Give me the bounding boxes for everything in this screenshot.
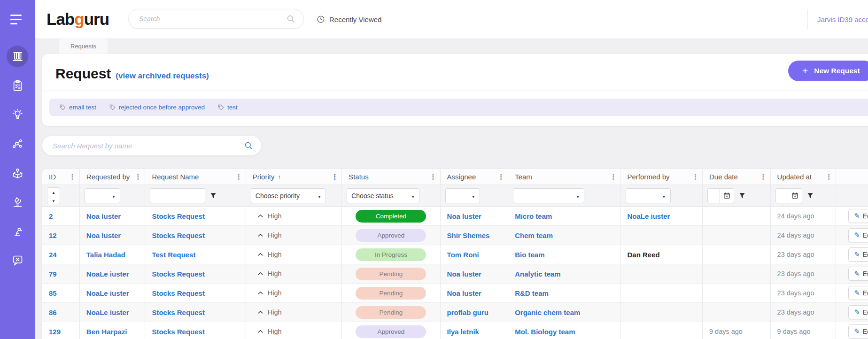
team-link[interactable]: Micro team — [515, 212, 552, 220]
request-name-link[interactable]: Stocks Request — [152, 212, 205, 220]
filter-funnel-icon[interactable] — [739, 193, 745, 199]
requested-by-link[interactable]: NoaLe iuster — [86, 270, 129, 278]
filter-funnel-icon[interactable] — [210, 193, 217, 199]
sidebar-item-support[interactable] — [7, 249, 28, 271]
priority-filter-select[interactable]: Choose priority — [251, 188, 326, 203]
breadcrumb[interactable]: Requests — [59, 39, 108, 54]
sidebar-item-molecules[interactable] — [7, 133, 28, 154]
sidebar-item-inventory[interactable] — [7, 162, 28, 184]
edit-button[interactable]: Edit — [848, 247, 868, 262]
new-request-label: New Request — [814, 67, 860, 75]
request-id-link[interactable]: 85 — [49, 289, 57, 297]
caret-down-icon — [108, 192, 116, 200]
calendar-icon[interactable] — [720, 188, 734, 203]
pencil-icon — [854, 250, 860, 259]
request-name-link[interactable]: Stocks Request — [152, 328, 205, 336]
request-name-filter-input[interactable] — [150, 188, 205, 203]
sidebar-item-equipment[interactable] — [7, 191, 28, 213]
priority-cell: High — [246, 245, 342, 264]
updated-at-filter-input[interactable] — [775, 188, 788, 203]
column-menu-icon[interactable] — [760, 173, 767, 180]
team-link[interactable]: Bio team — [515, 251, 544, 259]
team-link[interactable]: R&D team — [515, 289, 549, 297]
request-id-link[interactable]: 12 — [49, 231, 57, 239]
column-menu-icon[interactable] — [610, 173, 617, 180]
request-id-link[interactable]: 2 — [49, 212, 53, 220]
edit-button[interactable]: Edit — [848, 209, 868, 223]
requested-by-link[interactable]: NoaLe iuster — [86, 308, 129, 316]
col-header-status: Status — [349, 173, 369, 181]
spin-down-icon[interactable] — [52, 196, 55, 204]
request-id-link[interactable]: 86 — [49, 308, 57, 316]
request-id-link[interactable]: 79 — [49, 270, 57, 278]
recently-viewed-button[interactable]: Recently Viewed — [317, 0, 381, 39]
column-menu-icon[interactable] — [69, 173, 76, 180]
column-menu-icon[interactable] — [497, 173, 504, 180]
assignee-link[interactable]: proflab guru — [447, 308, 488, 316]
performed-by-filter-select[interactable] — [626, 188, 671, 203]
account-menu[interactable]: Jarvis ID39 accou — [817, 0, 868, 39]
edit-button[interactable]: Edit — [848, 324, 868, 339]
team-link[interactable]: Organic chem team — [515, 308, 580, 316]
search-icon[interactable] — [287, 15, 295, 23]
request-search-input[interactable] — [53, 142, 244, 150]
assignee-link[interactable]: Noa luster — [447, 289, 481, 297]
due-date-filter-input[interactable] — [707, 188, 720, 203]
sidebar-item-ideas[interactable] — [7, 104, 28, 125]
priority-cell: High — [246, 303, 342, 322]
assignee-link[interactable]: Noa luster — [447, 212, 481, 220]
requested-by-link[interactable]: Talia Hadad — [86, 251, 125, 259]
tag[interactable]: rejected once before approved — [109, 104, 205, 111]
table-row: 2 Noa luster Stocks Request High Complet… — [42, 207, 868, 226]
column-menu-icon[interactable] — [692, 173, 699, 180]
tag[interactable]: email test — [60, 104, 96, 111]
sidebar-item-labs[interactable] — [7, 46, 28, 67]
assignee-link[interactable]: Ilya letnik — [447, 328, 479, 336]
requested-by-link[interactable]: Noa luster — [86, 231, 121, 239]
filter-funnel-icon[interactable] — [807, 193, 814, 199]
requested-by-link[interactable]: Ben Harpazi — [86, 328, 127, 336]
team-filter-select[interactable] — [513, 188, 584, 203]
request-id-link[interactable]: 24 — [49, 251, 57, 259]
lightbulb-icon — [11, 108, 24, 121]
request-name-link[interactable]: Stocks Request — [152, 308, 205, 316]
team-link[interactable]: Chem team — [515, 231, 553, 239]
labguru-logo[interactable]: Labguru — [46, 10, 109, 29]
sidebar-item-protocols[interactable] — [7, 75, 28, 96]
column-menu-icon[interactable] — [331, 173, 338, 180]
column-menu-icon[interactable] — [825, 173, 832, 180]
edit-button[interactable]: Edit — [848, 228, 868, 242]
column-menu-icon[interactable] — [235, 173, 242, 180]
assignee-link[interactable]: Noa luster — [447, 270, 481, 278]
status-filter-select[interactable]: Choose status — [347, 188, 419, 203]
new-request-button[interactable]: New Request — [788, 61, 868, 81]
search-icon[interactable] — [244, 141, 253, 150]
request-name-link[interactable]: Test Request — [152, 251, 195, 259]
request-id-link[interactable]: 129 — [49, 328, 61, 336]
id-filter-spinner[interactable] — [47, 187, 60, 204]
column-menu-icon[interactable] — [134, 173, 141, 180]
request-name-link[interactable]: Stocks Request — [152, 231, 205, 239]
team-link[interactable]: Analytic team — [515, 270, 561, 278]
request-name-link[interactable]: Stocks Request — [152, 270, 205, 278]
global-search-input[interactable] — [139, 15, 287, 23]
spin-up-icon[interactable] — [52, 187, 55, 196]
assignee-filter-select[interactable] — [445, 188, 480, 203]
edit-button[interactable]: Edit — [848, 267, 868, 281]
assignee-link[interactable]: Tom Roni — [447, 251, 479, 259]
team-link[interactable]: Mol. Biology team — [515, 328, 575, 336]
column-menu-icon[interactable] — [430, 173, 437, 180]
sidebar-item-automation[interactable] — [7, 220, 28, 242]
request-name-link[interactable]: Stocks Request — [152, 289, 205, 297]
requested-by-filter-select[interactable] — [85, 188, 120, 203]
calendar-icon[interactable] — [788, 188, 802, 203]
tag[interactable]: test — [218, 104, 238, 111]
sort-ascending-icon[interactable] — [278, 173, 281, 180]
edit-button[interactable]: Edit — [848, 305, 868, 319]
edit-button[interactable]: Edit — [848, 286, 868, 300]
assignee-link[interactable]: Shir Shemes — [447, 231, 490, 239]
requested-by-link[interactable]: NoaLe iuster — [86, 289, 129, 297]
view-archived-requests-link[interactable]: (view archived requests) — [116, 71, 209, 81]
requested-by-link[interactable]: Noa luster — [86, 212, 121, 220]
hamburger-menu-button[interactable] — [0, 0, 35, 39]
